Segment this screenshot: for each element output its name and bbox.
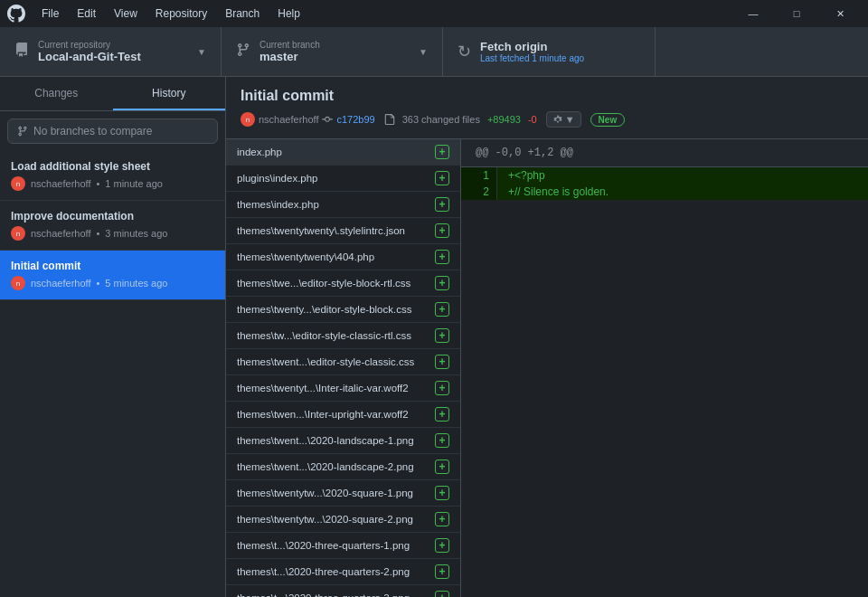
tab-changes[interactable]: Changes <box>0 77 113 110</box>
menu-branch[interactable]: Branch <box>216 4 269 24</box>
gear-button[interactable]: ▼ <box>546 111 581 128</box>
file-status-added-7: + <box>435 328 449 343</box>
commit-hash-icon <box>322 114 333 125</box>
fetch-subtitle: Last fetched 1 minute ago <box>480 53 640 63</box>
current-repo-section[interactable]: Current repository Local-and-Git-Test ▼ <box>0 27 222 76</box>
file-status-added-16: + <box>435 564 449 579</box>
file-status-added-14: + <box>435 512 449 526</box>
file-item-0[interactable]: index.php + <box>226 139 460 166</box>
file-item-6[interactable]: themes\twenty...\editor-style-block.css … <box>226 297 460 323</box>
commit-item-2[interactable]: Improve documentation n nschaeferhoff • … <box>0 201 225 251</box>
diff-line-content-2: +// Silence is golden. <box>497 184 868 200</box>
commit-hash-author: nschaeferhoff <box>259 114 318 125</box>
branch-name: master <box>259 50 410 63</box>
file-status-added-12: + <box>435 460 449 474</box>
file-item-15[interactable]: themes\t...\2020-three-quarters-1.png + <box>226 533 460 559</box>
diff-line-content-1: +<?php <box>497 167 868 184</box>
file-status-added-1: + <box>435 171 449 185</box>
branch-compare[interactable]: No branches to compare <box>7 118 218 144</box>
commit-item-1[interactable]: Load additional style sheet n nschaeferh… <box>0 151 225 201</box>
branch-text: Current branch master <box>259 40 410 63</box>
fetch-sub-text: Last fetched <box>480 53 529 63</box>
commit-title-3: Initial commit <box>11 260 214 272</box>
commit-meta-1: n nschaeferhoff • 1 minute ago <box>11 176 214 191</box>
changed-files-icon <box>384 114 395 125</box>
file-name-9: themes\twentyt...\Inter-italic-var.woff2 <box>237 383 428 393</box>
commit-author-1: nschaeferhoff <box>31 178 90 189</box>
commit-item-3[interactable]: Initial commit n nschaeferhoff • 5 minut… <box>0 251 225 300</box>
commit-author-avatar: n <box>241 112 255 127</box>
file-item-7[interactable]: themes\tw...\editor-style-classic-rtl.cs… <box>226 323 460 349</box>
main-layout: Changes History No branches to compare L… <box>0 77 868 597</box>
diff-line-1: 1 +<?php <box>461 167 868 184</box>
file-name-15: themes\t...\2020-three-quarters-1.png <box>237 540 428 551</box>
sidebar: Changes History No branches to compare L… <box>0 77 226 597</box>
repo-text: Current repository Local-and-Git-Test <box>38 40 188 63</box>
file-item-16[interactable]: themes\t...\2020-three-quarters-2.png + <box>226 559 460 585</box>
close-button[interactable]: ✕ <box>819 0 861 27</box>
file-name-13: themes\twentytw...\2020-square-1.png <box>237 488 428 498</box>
fetch-origin-section[interactable]: ↻ Fetch origin Last fetched 1 minute ago <box>443 27 656 76</box>
tab-history[interactable]: History <box>113 77 226 110</box>
file-item-5[interactable]: themes\twe...\editor-style-block-rtl.css… <box>226 270 460 297</box>
file-name-14: themes\twentytw...\2020-square-2.png <box>237 514 428 525</box>
commit-header-title: Initial commit <box>241 88 854 104</box>
minimize-button[interactable]: — <box>732 0 774 27</box>
file-item-1[interactable]: plugins\index.php + <box>226 166 460 192</box>
file-item-8[interactable]: themes\twent...\editor-style-classic.css… <box>226 349 460 375</box>
commit-author-3: nschaeferhoff <box>31 278 90 289</box>
diff-line-num-1: 1 <box>461 167 497 184</box>
maximize-button[interactable]: □ <box>776 0 817 27</box>
split-panel: index.php + plugins\index.php + themes\i… <box>226 139 868 597</box>
branch-label: Current branch <box>259 40 410 50</box>
stat-removed: -0 <box>528 114 537 125</box>
file-name-11: themes\twent...\2020-landscape-1.png <box>237 435 428 446</box>
window-controls: — □ ✕ <box>732 0 861 27</box>
branch-compare-icon <box>17 126 28 137</box>
file-item-9[interactable]: themes\twentyt...\Inter-italic-var.woff2… <box>226 375 460 402</box>
file-item-3[interactable]: themes\twentytwenty\.stylelintrc.json + <box>226 218 460 244</box>
github-logo-icon <box>7 5 25 23</box>
current-branch-section[interactable]: Current branch master ▼ <box>222 27 443 76</box>
file-name-5: themes\twe...\editor-style-block-rtl.css <box>237 278 428 289</box>
menu-file[interactable]: File <box>33 4 68 24</box>
file-item-4[interactable]: themes\twentytwenty\404.php + <box>226 244 460 270</box>
file-name-8: themes\twent...\editor-style-classic.css <box>237 356 428 367</box>
file-name-3: themes\twentytwenty\.stylelintrc.json <box>237 225 428 236</box>
diff-header: @@ -0,0 +1,2 @@ <box>461 139 868 167</box>
file-name-10: themes\twen...\Inter-upright-var.woff2 <box>237 409 428 420</box>
file-item-10[interactable]: themes\twen...\Inter-upright-var.woff2 + <box>226 402 460 428</box>
gear-chevron-icon: ▼ <box>565 114 575 125</box>
file-status-added-0: + <box>435 145 449 159</box>
branch-chevron-icon: ▼ <box>419 47 428 57</box>
content-area: Initial commit n nschaeferhoff c172b99 3… <box>226 77 868 597</box>
menu-help[interactable]: Help <box>269 4 309 24</box>
menu-edit[interactable]: Edit <box>68 4 105 24</box>
repo-chevron-icon: ▼ <box>197 47 206 57</box>
file-item-14[interactable]: themes\twentytw...\2020-square-2.png + <box>226 507 460 533</box>
file-item-12[interactable]: themes\twent...\2020-landscape-2.png + <box>226 454 460 480</box>
file-item-2[interactable]: themes\index.php + <box>226 192 460 218</box>
avatar-1: n <box>11 176 25 191</box>
toolbar: Current repository Local-and-Git-Test ▼ … <box>0 27 868 77</box>
avatar-3: n <box>11 276 25 290</box>
file-status-added-9: + <box>435 381 449 395</box>
file-status-added-15: + <box>435 538 449 553</box>
commit-title-2: Improve documentation <box>11 210 214 223</box>
branch-icon <box>236 43 250 61</box>
commit-title-1: Load additional style sheet <box>11 160 214 173</box>
commit-header: Initial commit n nschaeferhoff c172b99 3… <box>226 77 868 139</box>
branch-compare-label: No branches to compare <box>33 125 152 137</box>
menu-repository[interactable]: Repository <box>146 4 216 24</box>
file-name-6: themes\twenty...\editor-style-block.css <box>237 304 428 315</box>
commit-sep-2: • <box>96 228 99 239</box>
menu-view[interactable]: View <box>105 4 146 24</box>
file-item-13[interactable]: themes\twentytw...\2020-square-1.png + <box>226 480 460 507</box>
file-status-added-4: + <box>435 250 449 264</box>
file-status-added-2: + <box>435 197 449 212</box>
file-item-17[interactable]: themes\t...\2020-three-quarters-3.png + <box>226 585 460 597</box>
titlebar-menu: File Edit View Repository Branch Help <box>7 4 732 24</box>
commit-sep-1: • <box>96 178 99 189</box>
file-item-11[interactable]: themes\twent...\2020-landscape-1.png + <box>226 428 460 454</box>
file-name-2: themes\index.php <box>237 199 428 210</box>
